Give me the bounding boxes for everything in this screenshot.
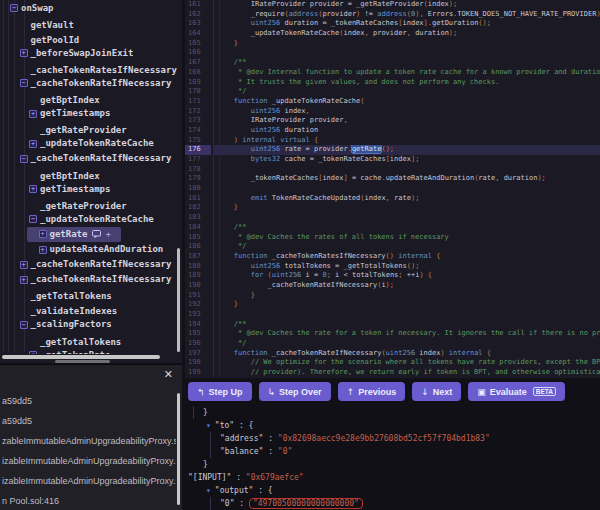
expander-plus-icon[interactable]: + xyxy=(20,49,28,57)
stack-vertical-scrollbar[interactable] xyxy=(177,393,180,505)
call-tree-row[interactable]: _getTotalTokens xyxy=(0,287,178,302)
line-number: 191 xyxy=(185,291,211,301)
console-row: "address" : "0x82698aecc9e28e9bb27608bd5… xyxy=(185,432,600,445)
code-lines: IRateProvider provider = _getRateProvide… xyxy=(217,0,600,378)
call-tree-row[interactable]: getBptIndex xyxy=(0,91,178,106)
expander-plus-icon[interactable]: + xyxy=(29,110,37,118)
expand-arrow-icon[interactable]: ▾ xyxy=(206,421,211,430)
code-line: IRateProvider provider = _getRateProvide… xyxy=(217,0,600,10)
expander-plus-icon[interactable]: + xyxy=(20,261,28,269)
line-number: 185 xyxy=(185,233,211,243)
step-over-button[interactable]: ↳Step Over xyxy=(259,382,331,401)
call-tree-row[interactable]: +updateRateAndDuration xyxy=(0,242,178,257)
panel-resize-handle[interactable] xyxy=(55,360,110,363)
next-button[interactable]: ↓Next xyxy=(412,382,461,401)
add-comment-icon[interactable]: + xyxy=(105,227,110,242)
expander-minus-icon[interactable]: − xyxy=(10,4,18,12)
step-up-button[interactable]: ↰Step Up xyxy=(188,382,252,401)
code-line xyxy=(217,213,600,223)
code-line: */ xyxy=(217,87,600,97)
call-tree-row[interactable]: −_scalingFactors xyxy=(0,317,178,332)
call-tree-row[interactable]: _cacheTokenRatesIfNecessary xyxy=(0,60,178,75)
code-line xyxy=(217,184,600,194)
call-tree-label: _getTokenRate xyxy=(40,348,110,354)
line-number: 165 xyxy=(185,39,211,49)
expander-minus-icon[interactable]: − xyxy=(29,215,37,223)
call-tree-row[interactable]: +_beforeSwapJoinExit xyxy=(0,45,178,60)
line-number: 166 xyxy=(185,48,211,58)
call-tree-row[interactable]: _getRateProvider xyxy=(0,196,178,211)
expander-plus-icon[interactable]: + xyxy=(20,276,28,284)
step-over-icon: ↳ xyxy=(268,387,276,397)
call-tree-row[interactable]: +getRate+ xyxy=(0,226,178,241)
line-number: 177 xyxy=(185,155,211,165)
expander-plus-icon[interactable]: + xyxy=(29,140,37,148)
console-value: "0" xyxy=(278,447,292,456)
expander-plus-icon[interactable]: + xyxy=(29,185,37,193)
expander-plus-icon[interactable]: + xyxy=(39,230,47,238)
stack-trace-item[interactable]: n Pool.sol:416 xyxy=(2,491,176,510)
expander-plus-icon[interactable]: + xyxy=(39,246,47,254)
call-tree-row[interactable]: _getTotalTokens xyxy=(0,332,178,347)
call-tree-label: _cacheTokenRateIfNecessary xyxy=(31,151,172,166)
code-line: * @dev Caches the rates of all tokens if… xyxy=(217,233,600,243)
call-tree-row[interactable]: getVault xyxy=(0,15,178,30)
console-indent-guide xyxy=(210,497,211,510)
call-tree-row[interactable]: +_cacheTokenRateIfNecessary xyxy=(0,257,178,272)
code-line xyxy=(217,165,600,175)
current-code-line: uint256 rate = provider.getRate(); xyxy=(214,145,600,155)
expander-minus-icon[interactable]: − xyxy=(20,321,28,329)
console-key: "address" xyxy=(220,434,263,443)
call-tree-row[interactable]: −onSwap xyxy=(0,0,178,15)
expand-arrow-icon[interactable]: ▾ xyxy=(206,486,211,495)
call-tree-row[interactable]: −_cacheTokenRateIfNecessary xyxy=(0,75,178,90)
console-row: "[INPUT]" : "0x679aefce" xyxy=(185,471,600,484)
call-tree-row[interactable]: +_getTokenRate xyxy=(0,347,178,354)
line-number: 189 xyxy=(185,271,211,281)
code-line: // We optimize for the scenario where al… xyxy=(217,358,600,368)
stack-trace-item[interactable]: zableImmutableAdminUpgradeabilityProxy.s… xyxy=(2,431,176,451)
source-code-panel: 1611621631641651661671681691701711721731… xyxy=(185,0,600,378)
button-label: Evaluate xyxy=(490,387,527,397)
close-icon[interactable]: ✕ xyxy=(164,368,173,381)
stack-trace-item[interactable]: a59dd5 xyxy=(2,411,176,431)
call-tree-row[interactable]: +_updateTokenRateCache xyxy=(0,136,178,151)
stack-trace-item[interactable]: a59dd5 xyxy=(2,391,176,411)
call-tree-row[interactable]: _getRateProvider xyxy=(0,121,178,136)
code-line: ) internal virtual { xyxy=(217,136,600,146)
previous-button[interactable]: ↑Previous xyxy=(338,382,406,401)
stack-trace-item[interactable]: izableImmutableAdminUpgradeabilityProxy.… xyxy=(2,451,176,471)
tree-horizontal-scrollbar[interactable] xyxy=(2,355,160,359)
console-row: "balance" : "0" xyxy=(185,445,600,458)
call-tree-label: getTimestamps xyxy=(40,182,110,197)
code-line: uint256 index, xyxy=(217,107,600,117)
code-line: * @dev Internal function to update a tok… xyxy=(217,68,600,78)
expander-minus-icon[interactable]: − xyxy=(20,155,28,163)
call-tree-row[interactable]: −_cacheTokenRateIfNecessary xyxy=(0,151,178,166)
call-tree: −onSwapgetVaultgetPoolId+_beforeSwapJoin… xyxy=(0,0,178,354)
evaluate-button[interactable]: ▣EvaluateBETA xyxy=(468,382,565,401)
tree-vertical-scrollbar[interactable] xyxy=(177,248,180,352)
line-number: 194 xyxy=(185,320,211,330)
call-tree-row[interactable]: +_cacheTokenRateIfNecessary xyxy=(0,272,178,287)
previous-icon: ↑ xyxy=(347,387,355,397)
call-tree-row[interactable]: −_updateTokenRateCache xyxy=(0,211,178,226)
line-number: 167 xyxy=(185,58,211,68)
console-key: "[INPUT]" xyxy=(188,473,231,482)
line-number: 186 xyxy=(185,242,211,252)
console-key: { xyxy=(249,421,254,430)
call-tree-row[interactable]: +getTimestamps xyxy=(0,106,178,121)
expander-minus-icon[interactable]: − xyxy=(20,79,28,87)
line-number: 184 xyxy=(185,223,211,233)
code-line xyxy=(217,310,600,320)
stack-trace-item[interactable]: izableImmutableAdminUpgradeabilityProxy.… xyxy=(2,471,176,491)
comment-icon[interactable] xyxy=(92,230,101,239)
call-tree-row[interactable]: getBptIndex xyxy=(0,166,178,181)
call-tree-row[interactable]: _validateIndexes xyxy=(0,302,178,317)
line-number: 161 xyxy=(185,0,211,10)
expander-plus-icon[interactable]: + xyxy=(29,351,37,354)
call-tree-row[interactable]: +getTimestamps xyxy=(0,181,178,196)
line-number: 168 xyxy=(185,68,211,78)
code-line: * It trusts the given values, and does n… xyxy=(217,78,600,88)
call-tree-row[interactable]: getPoolId xyxy=(0,30,178,45)
